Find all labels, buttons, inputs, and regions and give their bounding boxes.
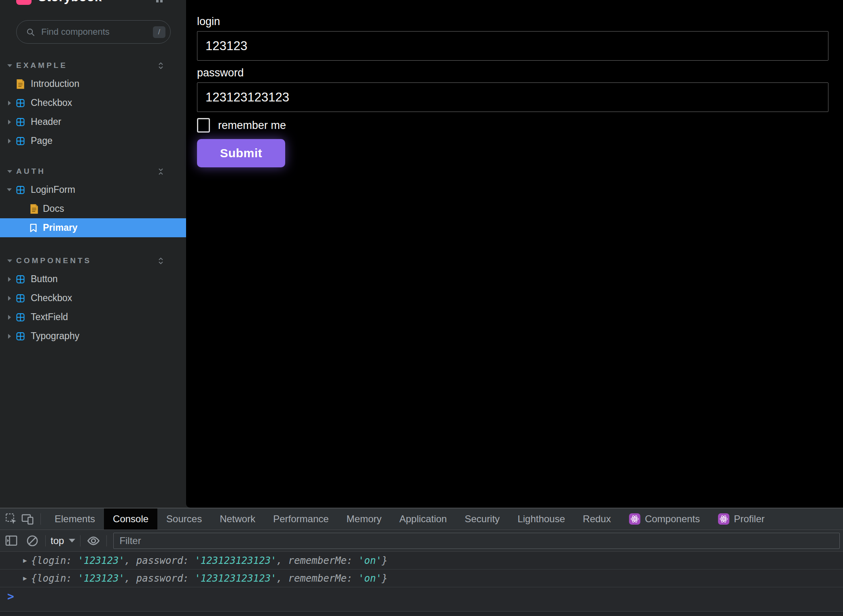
- login-field[interactable]: [197, 31, 828, 61]
- chevron-right-icon: [8, 120, 11, 124]
- doc-icon: [30, 204, 38, 214]
- console-sidebar-toggle-icon[interactable]: [3, 533, 19, 549]
- live-expression-eye-icon[interactable]: [85, 533, 102, 549]
- console-log-area: ▶ {login: '123123', password: '123123123…: [0, 552, 843, 616]
- execution-context-selector[interactable]: top: [51, 535, 75, 546]
- clear-console-icon[interactable]: [24, 533, 40, 549]
- sidebar-item-typography[interactable]: Typography: [0, 327, 186, 346]
- devtools-tab-profiler[interactable]: Profiler: [709, 508, 773, 530]
- brand-title: Storybook: [38, 0, 102, 5]
- chevron-right-icon: [8, 296, 11, 301]
- sidebar-section-auth[interactable]: AUTH: [0, 162, 186, 180]
- story-preview-canvas: login password remember me Submit: [186, 0, 843, 508]
- caret-down-icon: [7, 64, 12, 67]
- expand-all-icon[interactable]: [158, 257, 164, 264]
- sidebar-item-checkbox-2[interactable]: Checkbox: [0, 289, 186, 308]
- inspect-element-icon[interactable]: [3, 511, 19, 527]
- storybook-logo-icon[interactable]: [16, 0, 32, 5]
- component-icon: [16, 186, 25, 194]
- search-input[interactable]: [41, 27, 153, 37]
- devtools-tab-application[interactable]: Application: [390, 508, 455, 530]
- devtools-tab-sources[interactable]: Sources: [157, 508, 211, 530]
- caret-down-icon: [7, 188, 12, 191]
- sidebar-item-textfield[interactable]: TextField: [0, 308, 186, 327]
- doc-icon: [16, 79, 25, 89]
- devtools-tab-memory[interactable]: Memory: [338, 508, 391, 530]
- chevron-right-icon: [8, 139, 11, 143]
- component-icon: [16, 332, 25, 340]
- password-field[interactable]: [197, 82, 828, 112]
- react-devtools-icon: [718, 513, 730, 525]
- password-label: password: [197, 66, 828, 80]
- search-shortcut-badge: /: [153, 26, 165, 38]
- component-search[interactable]: /: [16, 20, 171, 44]
- component-icon: [16, 275, 25, 283]
- sidebar: Storybook / EXAMPLE: [0, 0, 186, 508]
- component-icon: [16, 118, 25, 126]
- login-label: login: [197, 15, 828, 28]
- device-toolbar-icon[interactable]: [19, 511, 36, 527]
- console-log-entry: ▶ {login: '123123', password: '123123123…: [0, 570, 843, 587]
- react-devtools-icon: [629, 513, 641, 525]
- sidebar-section-components[interactable]: COMPONENTS: [0, 252, 186, 270]
- expand-all-icon[interactable]: [158, 62, 164, 69]
- login-form: login password remember me Submit: [197, 15, 828, 167]
- sidebar-section-example[interactable]: EXAMPLE: [0, 57, 186, 74]
- console-input-line[interactable]: >: [0, 587, 843, 605]
- sidebar-nav: EXAMPLE Introduction Checkbox: [0, 57, 186, 346]
- storybook-app: Storybook / EXAMPLE: [0, 0, 843, 508]
- devtools-tab-security[interactable]: Security: [456, 508, 509, 530]
- component-icon: [16, 137, 25, 145]
- expand-triangle-icon[interactable]: ▶: [23, 574, 27, 582]
- sidebar-item-checkbox[interactable]: Checkbox: [0, 93, 186, 112]
- divider: [40, 513, 41, 525]
- divider: [106, 535, 107, 546]
- devtools-tab-elements[interactable]: Elements: [46, 508, 104, 530]
- divider: [45, 535, 46, 546]
- devtools-tab-network[interactable]: Network: [211, 508, 264, 530]
- chevron-right-icon: [8, 277, 11, 282]
- devtools-tab-lighthouse[interactable]: Lighthouse: [508, 508, 574, 530]
- collapse-all-icon[interactable]: [158, 168, 164, 175]
- chevron-right-icon: [8, 315, 11, 320]
- component-icon: [16, 313, 25, 321]
- devtools-tab-console[interactable]: Console: [104, 508, 157, 530]
- component-icon: [16, 294, 25, 302]
- devtools-tab-components[interactable]: Components: [620, 508, 709, 530]
- devtools-tabbar: Elements Console Sources Network Perform…: [0, 508, 843, 530]
- sidebar-item-button[interactable]: Button: [0, 270, 186, 289]
- caret-down-icon: [69, 539, 75, 542]
- expand-triangle-icon[interactable]: ▶: [23, 557, 27, 564]
- divider: [80, 535, 80, 546]
- sidebar-item-header[interactable]: Header: [0, 112, 186, 131]
- chevron-right-icon: [8, 101, 11, 105]
- sidebar-item-loginform[interactable]: LoginForm: [0, 180, 186, 199]
- sidebar-item-page[interactable]: Page: [0, 131, 186, 150]
- remember-me-checkbox[interactable]: [197, 118, 210, 133]
- sidebar-item-introduction[interactable]: Introduction: [0, 74, 186, 93]
- remember-me-row: remember me: [197, 117, 828, 133]
- brand-header: Storybook: [0, 0, 186, 11]
- devtools-panel: Elements Console Sources Network Perform…: [0, 508, 843, 616]
- search-icon: [26, 28, 35, 36]
- remember-me-label: remember me: [218, 119, 286, 132]
- bookmark-icon: [30, 224, 37, 232]
- console-object-preview: {login: '123123', password: '12312312312…: [31, 555, 388, 566]
- console-bottom-edge: [0, 611, 843, 616]
- chevron-right-icon: [8, 334, 11, 339]
- sidebar-menu-icon[interactable]: [156, 0, 164, 3]
- sidebar-item-loginform-docs[interactable]: Docs: [0, 199, 186, 218]
- sidebar-item-loginform-primary[interactable]: Primary: [0, 218, 186, 237]
- console-prompt-icon: >: [7, 590, 14, 603]
- caret-down-icon: [7, 259, 12, 262]
- console-object-preview: {login: '123123', password: '12312312312…: [31, 573, 388, 584]
- submit-button[interactable]: Submit: [197, 139, 285, 167]
- devtools-tabs: Elements Console Sources Network Perform…: [46, 508, 773, 530]
- caret-down-icon: [7, 170, 12, 173]
- console-log-entry: ▶ {login: '123123', password: '123123123…: [0, 552, 843, 570]
- component-icon: [16, 99, 25, 107]
- devtools-tab-redux[interactable]: Redux: [574, 508, 620, 530]
- devtools-tab-performance[interactable]: Performance: [264, 508, 337, 530]
- console-toolbar: top: [0, 530, 843, 552]
- console-filter-input[interactable]: [113, 533, 840, 549]
